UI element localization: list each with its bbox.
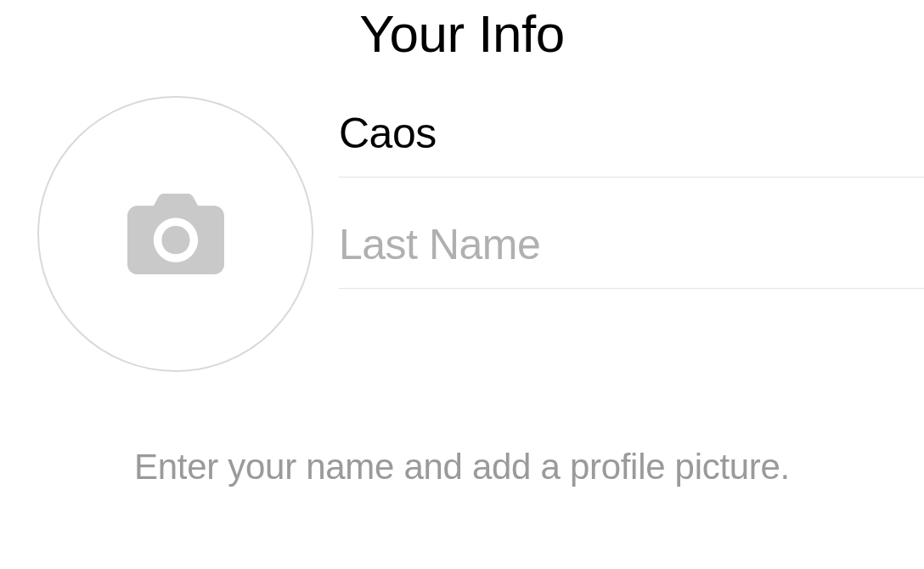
helper-text: Enter your name and add a profile pictur… [0, 447, 924, 487]
your-info-screen: Your Info Enter your name and add a prof… [0, 0, 924, 569]
camera-icon [125, 194, 227, 274]
last-name-wrapper [339, 220, 924, 289]
form-row [0, 96, 924, 372]
last-name-input[interactable] [339, 220, 924, 269]
page-title: Your Info [0, 0, 924, 64]
first-name-input[interactable] [339, 109, 924, 158]
first-name-wrapper [339, 109, 924, 177]
name-fields [339, 96, 924, 289]
add-profile-picture-button[interactable] [37, 96, 313, 372]
